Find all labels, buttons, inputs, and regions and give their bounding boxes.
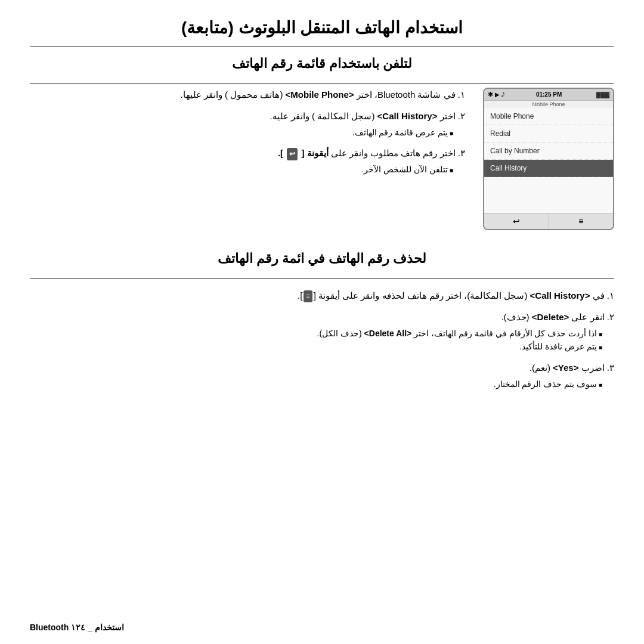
menu-item-redial: Redial <box>484 125 613 143</box>
section2-step2: ٢. انقر على <Delete> (حذف). اذا أردت حذف… <box>30 310 614 354</box>
phone-status-left: ✱ ▶ 𝅘𝅥𝅮 <box>488 91 501 98</box>
phone-back-btn[interactable]: ↩ <box>484 213 549 229</box>
section2-step3-bullet: سوف يتم حذف الرقم المختار. <box>30 377 614 391</box>
menu-item-mobile-phone: Mobile Phone <box>484 108 613 125</box>
status-time: 01:25 PM <box>536 91 562 98</box>
section1-instructions: ١. في شاشة Bluetooth، اختر <Mobile Phone… <box>30 88 465 184</box>
battery-icon: ▓▓▓ <box>596 91 609 98</box>
footer-text: Bluetooth استخدام _ ١٢٤ <box>30 623 124 632</box>
section2: لحذف رقم الهاتف في ائمة رقم الهاتف ١. في… <box>30 245 614 398</box>
bluetooth-icon: ✱ <box>488 91 493 98</box>
section1-divider <box>30 83 614 84</box>
step2-text: ٢. اختر <Call History> (سجل المكالمة ) و… <box>30 109 465 123</box>
section2-step1-text: ١. في <Call History> (سجل المكالمة)، اخت… <box>30 289 614 303</box>
list-icon: ≡ <box>304 290 312 302</box>
section2-step1: ١. في <Call History> (سجل المكالمة)، اخت… <box>30 289 614 303</box>
menu-item-call-history: Call History <box>484 160 613 177</box>
page-wrapper: استخدام الهاتف المتنقل البلوتوث (متابعة)… <box>0 0 644 644</box>
section2-step2-number: ٢. <box>607 312 614 322</box>
main-title: استخدام الهاتف المتنقل البلوتوث (متابعة) <box>30 18 614 38</box>
phone-footer: ↩ ≡ <box>484 213 613 229</box>
section2-step3-number: ٣. <box>607 363 614 373</box>
step2: ٢. اختر <Call History> (سجل المكالمة ) و… <box>30 109 465 139</box>
step3-bullet: تتلفن الآن للشخص الآخر. <box>30 163 465 176</box>
page-footer: Bluetooth استخدام _ ١٢٤ <box>30 623 614 632</box>
phone-mockup: ✱ ▶ 𝅘𝅥𝅮 01:25 PM ▓▓▓ Mobile Phone Mobile… <box>483 88 614 230</box>
section1: لتلفن باستخدام قائمة رقم الهاتف ✱ ▶ 𝅘𝅥𝅮 … <box>30 50 614 230</box>
main-divider <box>30 46 614 47</box>
section2-step2-bullet2: يتم عرض نافذة للتأكيد. <box>30 340 614 353</box>
play-icon: ▶ <box>495 91 500 98</box>
step1-number: ١. <box>458 89 465 100</box>
section2-step2-bullet1: اذا أردت حذف كل الأرقام في قائمة رقم اله… <box>30 327 614 340</box>
step2-number: ٢. <box>458 111 465 121</box>
section2-divider <box>30 278 614 279</box>
section1-title: لتلفن باستخدام قائمة رقم الهاتف <box>30 56 614 72</box>
section2-step3-text: ٣. اضرب <Yes> (نعم). <box>30 361 614 375</box>
step2-bullet: يتم عرض قائمة رقم الهاتف. <box>30 126 465 139</box>
step3-number: ٣. <box>458 148 465 158</box>
section2-title: لحذف رقم الهاتف في ائمة رقم الهاتف <box>30 251 614 267</box>
phone-device-label: Mobile Phone <box>484 101 613 108</box>
call-icon: ↩ <box>287 148 298 160</box>
phone-menu: Mobile Phone Redial Call by Number Call … <box>484 108 613 213</box>
menu-item-call-by-number: Call by Number <box>484 143 613 160</box>
step1: ١. في شاشة Bluetooth، اختر <Mobile Phone… <box>30 88 465 102</box>
step3: ٣. اختر رقم هاتف مطلوب وانقر على أيقونة … <box>30 146 465 176</box>
section2-step3: ٣. اضرب <Yes> (نعم). سوف يتم حذف الرقم ا… <box>30 361 614 391</box>
step3-text: ٣. اختر رقم هاتف مطلوب وانقر على أيقونة … <box>30 146 465 160</box>
section2-step2-text: ٢. انقر على <Delete> (حذف). <box>30 310 614 324</box>
section2-instructions: ١. في <Call History> (سجل المكالمة)، اخت… <box>30 289 614 398</box>
section1-content: ✱ ▶ 𝅘𝅥𝅮 01:25 PM ▓▓▓ Mobile Phone Mobile… <box>30 88 614 230</box>
section2-step1-number: ١. <box>607 290 614 301</box>
phone-menu-btn[interactable]: ≡ <box>549 213 614 229</box>
phone-status-bar: ✱ ▶ 𝅘𝅥𝅮 01:25 PM ▓▓▓ <box>484 89 613 101</box>
step1-text: ١. في شاشة Bluetooth، اختر <Mobile Phone… <box>30 88 465 102</box>
